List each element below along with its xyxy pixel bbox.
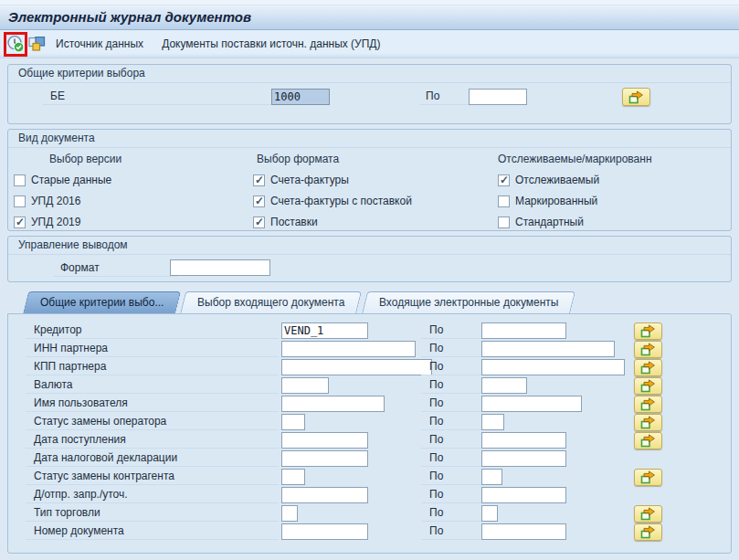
multiple-selection-button[interactable]: [634, 341, 662, 358]
execute-clock-check-icon: [6, 35, 25, 53]
tab-incoming-electronic-documents[interactable]: Входящие электронные документы: [362, 291, 576, 314]
multiple-selection-button[interactable]: [634, 469, 662, 486]
selection-to-input[interactable]: [481, 487, 566, 503]
tab-general-criteria[interactable]: Общие критерии выбо...: [23, 291, 182, 314]
selection-from-input[interactable]: [281, 469, 305, 485]
be-multiple-selection-button[interactable]: [622, 88, 650, 106]
group-document-type: Вид документа Выбор версии Старые данные…: [7, 129, 732, 231]
multiple-selection-button[interactable]: [634, 432, 662, 449]
multiple-selection-arrow-icon: [640, 324, 656, 338]
selection-from-input[interactable]: [281, 341, 416, 357]
selection-from-input[interactable]: [281, 377, 329, 394]
checkbox[interactable]: [498, 217, 510, 228]
multiple-selection-button[interactable]: [634, 377, 662, 395]
checkbox-label: Счета-фактуры с поставкой: [270, 195, 412, 207]
selection-row-label: ИНН партнера: [26, 341, 279, 357]
sap-window: Электронный журнал документов Источник д…: [0, 0, 739, 560]
checkbox-row: Отслеживаемый: [498, 173, 652, 194]
tab-panel-general-criteria: Кредитор По ИНН партнера По КПП партнера…: [7, 313, 732, 554]
group-document-type-title: Вид документа: [8, 130, 731, 148]
selection-to-input[interactable]: [481, 505, 498, 522]
checkbox-label: Маркированный: [515, 195, 597, 207]
selection-row: Дата налоговой декларации По: [8, 450, 731, 469]
selection-from-input[interactable]: [281, 396, 385, 412]
selection-from-input[interactable]: [281, 322, 368, 339]
selection-to-label: По: [421, 450, 481, 467]
selection-from-input[interactable]: [281, 414, 305, 430]
checkbox[interactable]: [14, 217, 26, 228]
selection-row: Валюта По: [8, 377, 731, 396]
selection-to-input[interactable]: [481, 396, 582, 412]
tab-incoming-document-selection[interactable]: Выбор входящего документа: [180, 291, 363, 314]
criteria-rows: Кредитор По ИНН партнера По КПП партнера…: [8, 322, 731, 542]
tab-general-criteria-label: Общие критерии выбо...: [40, 292, 164, 313]
multiple-selection-button[interactable]: [634, 322, 662, 340]
selection-row-label: Статус замены контрагента: [26, 469, 279, 485]
selection-row: КПП партнера По: [8, 359, 731, 377]
multiple-selection-button[interactable]: [634, 523, 662, 541]
selection-row: Статус замены оператора По: [8, 414, 731, 432]
be-field-input[interactable]: [271, 89, 330, 105]
multiple-selection-arrow-icon: [640, 361, 656, 375]
selection-to-label: По: [421, 523, 481, 540]
selection-from-input[interactable]: [281, 450, 368, 467]
checkbox[interactable]: [14, 195, 26, 207]
selection-row: ИНН партнера По: [8, 341, 731, 359]
multiple-selection-button[interactable]: [634, 414, 662, 431]
selection-from-input[interactable]: [281, 359, 432, 375]
checkbox-row: Маркированный: [498, 194, 652, 215]
selection-row: Номер документа По: [8, 523, 731, 542]
checkbox[interactable]: [498, 174, 510, 186]
selection-row-label: Тип торговли: [26, 505, 279, 522]
selection-to-label: По: [421, 359, 481, 375]
selection-to-input[interactable]: [481, 341, 615, 357]
checkbox-label: Стандартный: [515, 216, 584, 228]
execute-button[interactable]: [6, 35, 25, 53]
selection-to-input[interactable]: [481, 377, 527, 394]
selection-row-label: Номер документа: [26, 523, 279, 540]
selection-to-label: По: [421, 396, 481, 412]
multiple-selection-arrow-icon: [640, 507, 656, 521]
checkbox-row: Стандартный: [498, 215, 652, 236]
multiple-selection-button[interactable]: [634, 505, 662, 523]
selection-to-input[interactable]: [481, 523, 566, 540]
delivery-docs-source-button[interactable]: Документы поставки источн. данных (УПД): [153, 37, 389, 50]
multiple-selection-button[interactable]: [634, 359, 662, 376]
checkbox-column-header: Выбор формата: [257, 153, 339, 165]
selection-to-input[interactable]: [481, 322, 566, 339]
checkbox[interactable]: [253, 195, 265, 207]
checkbox-row: Старые данные: [14, 173, 121, 194]
selection-from-input[interactable]: [281, 487, 368, 503]
group-output-control: Управление выводом Формат: [7, 236, 732, 282]
multiple-selection-arrow-icon: [640, 470, 656, 484]
selection-to-input[interactable]: [481, 450, 566, 467]
checkbox-column-version: Выбор версии Старые данные УПД 2016 УПД …: [14, 153, 121, 236]
selection-to-label: По: [421, 377, 481, 394]
multiple-selection-button[interactable]: [634, 396, 662, 413]
selection-to-input[interactable]: [481, 469, 502, 485]
group-output-title: Управление выводом: [8, 237, 731, 255]
checkbox-row: Поставки: [253, 215, 339, 236]
selection-from-input[interactable]: [281, 432, 368, 449]
group-general-criteria: Общие критерии выбора БЕ По: [7, 64, 732, 124]
selection-to-input[interactable]: [481, 432, 566, 449]
checkbox-column-tracked: Отслеживаемые/маркированн Отслеживаемый …: [498, 153, 652, 236]
checkbox-label: Счета-фактуры: [270, 174, 349, 186]
checkbox[interactable]: [253, 217, 265, 228]
checkbox[interactable]: [253, 174, 265, 186]
selection-from-input[interactable]: [281, 523, 368, 540]
selection-to-label: По: [421, 469, 481, 485]
be-to-input[interactable]: [469, 89, 527, 105]
selection-to-input[interactable]: [481, 414, 504, 430]
format-field-input[interactable]: [170, 259, 270, 276]
get-variant-button[interactable]: [28, 37, 46, 52]
checkbox-label: Поставки: [270, 216, 318, 228]
selection-from-input[interactable]: [281, 505, 298, 522]
checkbox[interactable]: [14, 174, 26, 186]
be-to-label: По: [419, 89, 475, 105]
selection-row-label: Валюта: [26, 377, 279, 394]
checkbox[interactable]: [498, 195, 510, 207]
selection-row-label: КПП партнера: [26, 359, 279, 375]
selection-to-input[interactable]: [481, 359, 625, 375]
data-source-button[interactable]: Источник данных: [47, 37, 153, 50]
